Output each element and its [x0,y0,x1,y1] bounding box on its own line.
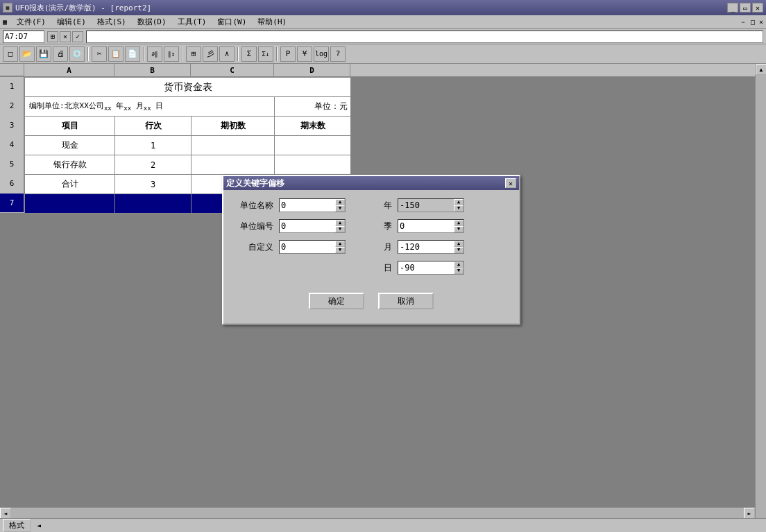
spin-down-month[interactable]: ▼ [454,247,463,253]
maximize-button[interactable]: ▭ [740,3,751,12]
col-header-a: A [24,64,114,76]
cell-a3[interactable]: 项目 [25,117,115,136]
toolbar-save[interactable]: 💾 [36,46,51,62]
title-bar-left: ■ UFO报表(演示/教学版) - [report2] [3,3,151,13]
menu-tools[interactable]: 工具(T) [175,16,210,28]
input-quarter[interactable] [398,220,454,232]
dialog-row-unit-code: 单位编号 ▲ ▼ [235,219,364,233]
cell-d4[interactable] [275,136,351,155]
toolbar-currency[interactable]: ¥ [297,46,312,62]
minimize-button[interactable]: _ [727,3,738,12]
spin-down-unit-code[interactable]: ▼ [335,226,345,232]
toolbar-grid[interactable]: ⊞ [186,46,201,62]
menu-data[interactable]: 数据(D) [135,16,169,28]
toolbar-redo[interactable]: ∥↕ [164,46,179,62]
dialog-close-button[interactable]: ✕ [505,178,516,188]
cell-a5[interactable]: 银行存款 [25,155,115,175]
spin-up-day[interactable]: ▲ [454,261,463,268]
scroll-right-button[interactable]: ► [744,508,755,519]
menu-format[interactable]: 格式(S) [94,16,129,28]
cell-c5[interactable] [192,155,275,175]
toolbar-log[interactable]: log [314,46,329,62]
spinner-year: ▲ ▼ [454,199,463,212]
formula-icon-spreadsheet[interactable]: ⊞ [47,31,58,42]
menu-help[interactable]: 帮助(H) [255,16,289,28]
table-row: 现金 1 [25,136,351,155]
input-unit-name[interactable] [280,199,335,212]
spin-up-unit-name[interactable]: ▲ [335,199,345,205]
toolbar-sort[interactable]: ∧ [219,46,235,62]
spin-up-month[interactable]: ▲ [454,241,463,247]
status-tab-format[interactable]: 格式 [3,519,31,532]
toolbar-save2[interactable]: 💿 [69,46,85,62]
cell-b5[interactable]: 2 [115,155,192,175]
toolbar-paste[interactable]: 📄 [125,46,140,62]
col-header-d: D [274,64,350,76]
cell-a6[interactable]: 合计 [25,175,115,194]
menu-window[interactable]: 窗口(W) [214,16,249,28]
toolbar-sep4 [237,47,239,61]
toolbar-sum[interactable]: Σ [241,46,257,62]
toolbar-list[interactable]: 彡 [203,46,218,62]
cell-reference[interactable]: A7:D7 [3,31,44,43]
cell-b6[interactable]: 3 [115,175,192,194]
input-day[interactable] [398,261,454,274]
confirm-button[interactable]: 确定 [309,293,364,309]
cell-d5[interactable] [275,155,351,175]
toolbar-cut[interactable]: ✂ [92,46,107,62]
right-scrollbar: ▲ ▼ [755,64,766,532]
close-button[interactable]: ✕ [752,3,763,12]
dialog-row-custom: 自定义 ▲ ▼ [235,240,364,254]
formula-input[interactable] [86,31,763,43]
cell-a4[interactable]: 现金 [25,136,115,155]
sheet-scroll-left[interactable]: ◄ [33,520,44,531]
spinner-unit-name: ▲ ▼ [335,199,345,212]
dialog-buttons: 确定 取消 [235,293,508,315]
cell-a2[interactable]: 编制单位:北京XX公司xx 年xx 月xx 日 [25,97,275,117]
formula-cancel-icon[interactable]: ✕ [60,31,71,42]
spin-down-quarter[interactable]: ▼ [454,226,463,232]
status-bar: 格式 ◄ [0,518,766,532]
toolbar-new[interactable]: □ [3,46,18,62]
cell-c3[interactable]: 期初数 [192,117,275,136]
input-custom[interactable] [280,241,335,253]
spin-down-year[interactable]: ▼ [454,205,463,212]
toolbar-open[interactable]: 📂 [19,46,35,62]
dialog-left-column: 单位名称 ▲ ▼ 单位编号 [235,198,364,282]
menu-file[interactable]: 文件(F) [14,16,49,28]
spin-up-custom[interactable]: ▲ [335,241,345,247]
input-year[interactable] [398,199,454,212]
cell-d2[interactable]: 单位：元 [275,97,351,117]
spin-up-unit-code[interactable]: ▲ [335,220,345,226]
scroll-left-button[interactable]: ◄ [0,508,11,519]
horizontal-scrollbar-track[interactable] [11,508,744,518]
formula-confirm-icon[interactable]: ✓ [72,31,83,42]
spin-down-custom[interactable]: ▼ [335,247,345,253]
cell-a1[interactable]: 货币资金表 [25,78,351,97]
cell-b4[interactable]: 1 [115,136,192,155]
cell-c4[interactable] [192,136,275,155]
toolbar-sum2[interactable]: Σ↓ [258,46,273,62]
input-month[interactable] [398,241,454,253]
spin-up-quarter[interactable]: ▲ [454,220,463,226]
cell-b3[interactable]: 行次 [115,117,192,136]
spin-down-unit-name[interactable]: ▼ [335,205,345,212]
spin-up-year[interactable]: ▲ [454,199,463,205]
cell-a7[interactable] [25,194,115,214]
input-unit-code[interactable] [280,220,335,232]
toolbar-p[interactable]: P [280,46,296,62]
row-header-1: 1 [0,77,24,96]
toolbar-copy[interactable]: 📋 [108,46,124,62]
dialog-row-quarter: 季 ▲ ▼ [378,219,508,233]
input-group-quarter: ▲ ▼ [398,219,464,233]
toolbar-undo[interactable]: ∂∥ [147,46,162,62]
cancel-button[interactable]: 取消 [378,293,434,309]
cell-d3[interactable]: 期末数 [275,117,351,136]
scroll-up-button[interactable]: ▲ [756,64,766,75]
spin-down-day[interactable]: ▼ [454,268,463,274]
menu-edit[interactable]: 编辑(E) [54,16,89,28]
scrollbar-track[interactable] [756,75,766,521]
cell-b7[interactable] [115,194,192,214]
toolbar-help[interactable]: ? [330,46,346,62]
toolbar-print[interactable]: 🖨 [53,46,68,62]
